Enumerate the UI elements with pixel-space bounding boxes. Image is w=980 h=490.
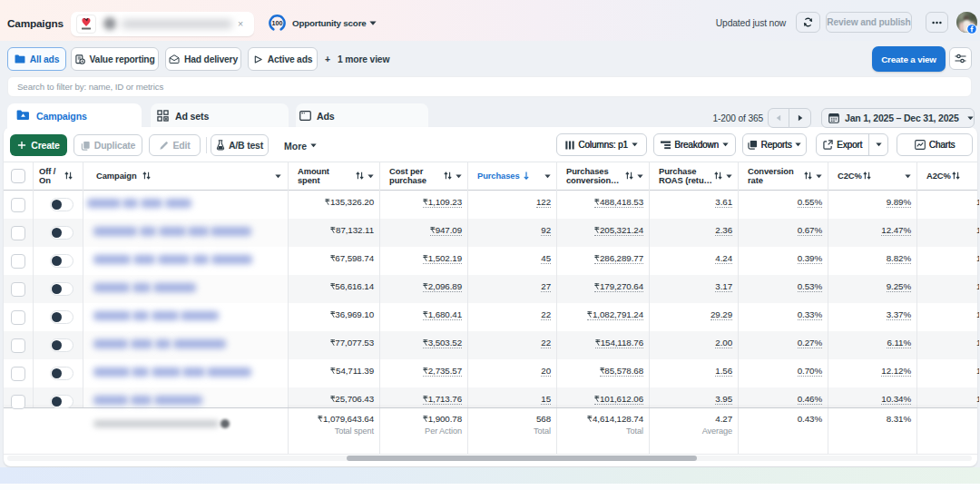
svg-text:100: 100: [272, 19, 283, 27]
